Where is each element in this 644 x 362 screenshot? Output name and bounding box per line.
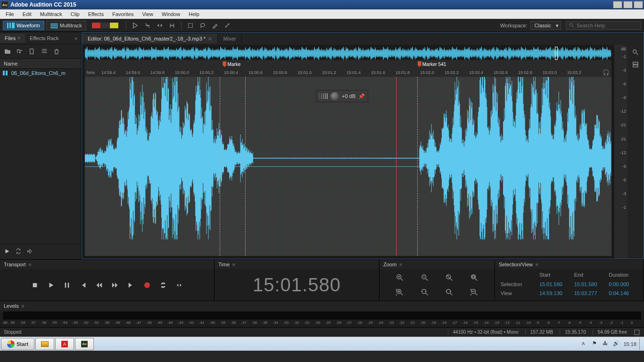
rewind-button[interactable] xyxy=(94,280,104,290)
menu-edit[interactable]: Edit xyxy=(19,10,35,18)
zoom-in-amp-icon[interactable] xyxy=(395,287,405,297)
playhead[interactable] xyxy=(396,77,396,256)
headphone-icon[interactable]: 🎧 xyxy=(603,69,610,76)
import-icon[interactable] xyxy=(15,47,25,56)
menu-effects[interactable]: Effects xyxy=(84,10,107,18)
taskbar-clock[interactable]: 15:18 xyxy=(623,341,636,347)
overview-waveform[interactable]: // nothing here, decorative xyxy=(85,47,611,60)
brush-tool-icon[interactable] xyxy=(210,20,220,31)
stop-button[interactable] xyxy=(30,280,40,290)
status-settings-icon[interactable] xyxy=(634,329,640,336)
zoom-tool-icon[interactable] xyxy=(631,48,640,57)
file-list-item[interactable]: 06_06d_Eltons_Ch6_m xyxy=(0,69,81,77)
overview-viewport-indicator[interactable] xyxy=(555,47,557,60)
levels-tick: -16 xyxy=(462,321,468,325)
new-multitrack-icon[interactable] xyxy=(40,47,49,56)
maximize-button[interactable]: □ xyxy=(623,1,633,8)
slip-tool-icon[interactable] xyxy=(155,20,165,31)
files-name-header[interactable]: Name xyxy=(0,59,81,69)
selection-start-value[interactable]: 15:01.580 xyxy=(539,281,569,289)
preview-loop-button[interactable] xyxy=(15,248,22,255)
preview-autoplay-button[interactable] xyxy=(26,248,33,255)
taskbar-item-acrobat[interactable]: A xyxy=(55,338,74,350)
zoom-out-full-icon[interactable] xyxy=(469,287,479,297)
multitrack-mode-button[interactable]: Multitrack xyxy=(46,21,86,30)
svg-rect-3 xyxy=(30,49,33,54)
ruler-tick: 14:59.4 xyxy=(101,70,116,75)
marker-b[interactable]: Marker 541 xyxy=(417,60,447,68)
time-ruler[interactable]: hms 🎧 14:59.414:59.614:59.815:00.015:00.… xyxy=(85,68,611,77)
gain-knob[interactable] xyxy=(330,92,339,100)
levels-tick: -55 xyxy=(51,321,57,325)
open-file-icon[interactable] xyxy=(3,47,12,56)
zoom-in-time-icon[interactable] xyxy=(395,272,405,283)
view-duration-value[interactable]: 0:04.146 xyxy=(609,290,638,298)
zoom-out-point-icon[interactable] xyxy=(444,287,454,297)
menu-clip[interactable]: Clip xyxy=(67,10,83,18)
preview-play-button[interactable] xyxy=(4,248,10,255)
zoom-panel: Zoom≡ xyxy=(380,260,495,301)
pause-button[interactable] xyxy=(62,280,72,290)
new-file-icon[interactable] xyxy=(27,47,37,56)
minimize-button[interactable]: _ xyxy=(613,1,622,8)
taskbar-item-audition[interactable]: Au xyxy=(75,338,94,350)
gain-value: +0 dB xyxy=(342,93,355,99)
db-tick: -21 xyxy=(620,123,626,127)
taskbar-item-explorer[interactable] xyxy=(35,338,54,350)
zoom-full-icon[interactable] xyxy=(444,272,454,283)
tray-volume-icon[interactable]: 🔊 xyxy=(613,340,620,348)
menu-favorites[interactable]: Favorites xyxy=(108,10,137,18)
levels-meter[interactable] xyxy=(3,312,641,320)
waveform-mode-button[interactable]: Waveform xyxy=(3,21,44,30)
waveform-display[interactable]: +0 dB 📌 xyxy=(85,77,611,256)
tray-network-icon[interactable]: 🖧 xyxy=(603,340,610,348)
close-button[interactable]: ✕ xyxy=(634,1,643,8)
selection-duration-value[interactable]: 0:00.000 xyxy=(609,281,638,289)
editor-tab-active[interactable]: Editor: 06_06d_Eltons_Ch6_master2_-18_-3… xyxy=(82,34,218,43)
tray-flag-icon[interactable]: ⚑ xyxy=(592,340,600,348)
razor-tool-icon[interactable] xyxy=(142,20,153,31)
panel-overflow-icon[interactable]: » xyxy=(71,33,81,43)
spectral-toggle-icon[interactable] xyxy=(631,60,640,69)
gain-hud[interactable]: +0 dB 📌 xyxy=(316,90,368,102)
start-button[interactable]: Start xyxy=(1,338,34,350)
menu-file[interactable]: File xyxy=(2,10,18,18)
show-desktop-button[interactable] xyxy=(639,338,643,350)
loop-button[interactable] xyxy=(158,280,168,290)
marker-bar[interactable]: Marke Marker 541 xyxy=(85,60,611,68)
zoom-in-point-icon[interactable] xyxy=(420,287,430,297)
tray-up-icon[interactable]: ʌ xyxy=(582,340,589,348)
play-button[interactable] xyxy=(46,280,56,290)
workspace-dropdown[interactable]: Classic xyxy=(530,21,561,30)
menu-help[interactable]: Help xyxy=(185,10,203,18)
time-display[interactable]: 15:01.580 xyxy=(215,269,379,301)
menu-multitrack[interactable]: Multitrack xyxy=(36,10,66,18)
editor-tab-mixer[interactable]: Mixer xyxy=(218,34,242,43)
hud-pin-icon[interactable]: 📌 xyxy=(358,93,365,99)
skip-selection-button[interactable] xyxy=(174,280,184,290)
effects-rack-tab[interactable]: Effects Rack xyxy=(25,33,64,43)
files-tab[interactable]: Files≡ xyxy=(0,33,25,43)
view-end-value[interactable]: 15:03.277 xyxy=(574,290,603,298)
go-start-button[interactable] xyxy=(78,280,88,290)
zoom-selection-icon[interactable] xyxy=(469,272,479,283)
menu-view[interactable]: View xyxy=(138,10,157,18)
heal-tool-icon[interactable] xyxy=(222,20,232,31)
record-button[interactable] xyxy=(142,280,152,290)
move-tool-icon[interactable] xyxy=(130,20,140,31)
levels-tick: -45 xyxy=(157,321,163,325)
delete-icon[interactable] xyxy=(52,47,61,56)
lasso-tool-icon[interactable] xyxy=(198,20,208,31)
menu-window[interactable]: Window xyxy=(158,10,184,18)
marquee-tool-icon[interactable] xyxy=(185,20,196,31)
go-end-button[interactable] xyxy=(126,280,136,290)
svg-rect-0 xyxy=(188,23,192,27)
zoom-out-time-icon[interactable] xyxy=(420,272,430,283)
forward-button[interactable] xyxy=(110,280,120,290)
marker-a[interactable]: Marke xyxy=(222,60,241,68)
search-help-input[interactable]: Search Help xyxy=(566,21,641,30)
time-select-tool-icon[interactable] xyxy=(167,20,177,31)
levels-tick: -27 xyxy=(347,321,352,325)
selection-end-value[interactable]: 15:01.580 xyxy=(574,281,603,289)
view-start-value[interactable]: 14:59.130 xyxy=(539,290,569,298)
